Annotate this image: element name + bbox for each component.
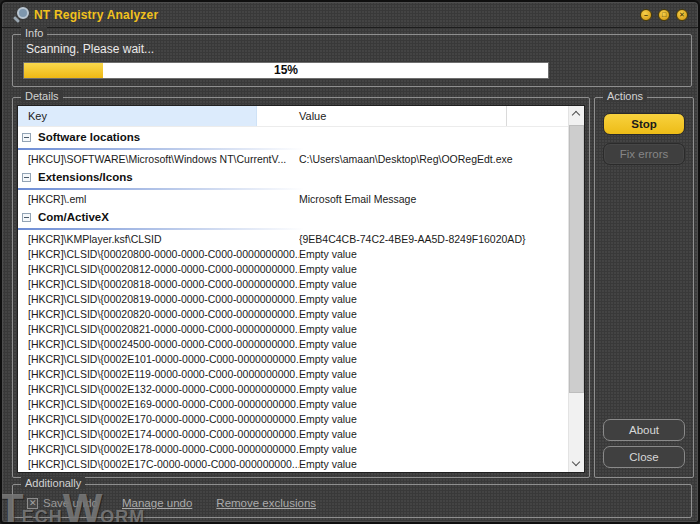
group-header-row[interactable]: Com/ActiveX — [18, 207, 568, 228]
table-row[interactable]: [HKCR]\CLSID\{0002E119-0000-0000-C000-00… — [18, 367, 568, 382]
chevron-down-icon — [572, 458, 580, 466]
table-row[interactable]: [HKCR]\KMPlayer.ksf\CLSID{9EB4C4CB-74C2-… — [18, 232, 568, 247]
table-row[interactable]: [HKCR]\CLSID\{0002E169-0000-0000-C000-00… — [18, 397, 568, 412]
table-row[interactable]: [HKCR]\.emlMicrosoft Email Message — [18, 192, 568, 207]
table-row[interactable]: [HKCR]\CLSID\{0002E174-0000-0000-C000-00… — [18, 427, 568, 442]
scroll-down-button[interactable] — [569, 456, 584, 472]
group-title: Extensions/Icons — [38, 167, 133, 188]
row-key: [HKCR]\CLSID\{00020818-0000-0000-C000-00… — [18, 277, 299, 292]
row-key: [HKCR]\CLSID\{0002E178-0000-0000-C000-00… — [18, 442, 299, 457]
info-group: Info Scanning. Please wait... 15% — [12, 34, 692, 87]
actions-group: Actions Stop Fix errors About Close — [594, 97, 694, 478]
window-title: NT Registry Analyzer — [34, 8, 158, 22]
scroll-up-button[interactable] — [569, 106, 584, 122]
close-window-button[interactable]: ✕ — [676, 9, 688, 21]
table-row[interactable]: [HKCR]\CLSID\{0002E132-0000-0000-C000-00… — [18, 382, 568, 397]
row-value: {9EB4C4CB-74C2-4BE9-AA5D-8249F16020AD} — [299, 232, 568, 247]
row-key: [HKCR]\CLSID\{0002E119-0000-0000-C000-00… — [18, 367, 299, 382]
row-key: [HKCR]\CLSID\{00020821-0000-0000-C000-00… — [18, 322, 299, 337]
row-key: [HKCR]\.eml — [18, 192, 299, 207]
table-header: Key Value — [18, 106, 568, 127]
group-header-row[interactable]: Extensions/Icons — [18, 167, 568, 188]
details-group: Details Key Value Software locations[HKC… — [12, 97, 590, 478]
row-key: [HKCR]\CLSID\{0002E174-0000-0000-C000-00… — [18, 427, 299, 442]
group-underline — [18, 228, 568, 230]
row-key: [HKCR]\KMPlayer.ksf\CLSID — [18, 232, 299, 247]
group-underline — [18, 148, 568, 150]
details-group-label: Details — [21, 90, 63, 102]
row-value: Empty value — [299, 277, 568, 292]
collapse-icon[interactable] — [22, 133, 31, 142]
row-value: Empty value — [299, 427, 568, 442]
title-bar: NT Registry Analyzer – □ ✕ — [2, 2, 698, 28]
row-key: [HKCR]\CLSID\{0002E101-0000-0000-C000-00… — [18, 352, 299, 367]
table-row[interactable]: [HKCU]\SOFTWARE\Microsoft\Windows NT\Cur… — [18, 152, 568, 167]
collapse-icon[interactable] — [22, 173, 31, 182]
column-header-key[interactable]: Key — [18, 106, 257, 126]
table-row[interactable]: [HKCR]\CLSID\{00020821-0000-0000-C000-00… — [18, 322, 568, 337]
column-header-value[interactable]: Value — [257, 106, 507, 126]
results-table: Key Value Software locations[HKCU]\SOFTW… — [17, 105, 585, 473]
vertical-scrollbar[interactable] — [568, 106, 584, 472]
watermark-letter-w: W — [63, 485, 101, 524]
table-row[interactable]: [HKCR]\CLSID\{00020818-0000-0000-C000-00… — [18, 277, 568, 292]
row-key: [HKCR]\CLSID\{00020820-0000-0000-C000-00… — [18, 307, 299, 322]
group-header-row[interactable]: Software locations — [18, 127, 568, 148]
table-row[interactable]: [HKCR]\CLSID\{00020820-0000-0000-C000-00… — [18, 307, 568, 322]
row-key: [HKCR]\CLSID\{00020819-0000-0000-C000-00… — [18, 292, 299, 307]
progress-percent-label: 15% — [24, 63, 548, 78]
status-text: Scanning. Please wait... — [26, 42, 154, 56]
row-value: Empty value — [299, 307, 568, 322]
scrollbar-thumb[interactable] — [569, 125, 584, 393]
chevron-up-icon — [572, 111, 580, 119]
fix-errors-button[interactable]: Fix errors — [603, 143, 685, 165]
close-button[interactable]: Close — [603, 446, 685, 468]
table-row[interactable]: [HKCR]\CLSID\{00020800-0000-0000-C000-00… — [18, 247, 568, 262]
row-value: Empty value — [299, 352, 568, 367]
remove-exclusions-link[interactable]: Remove exclusions — [216, 497, 316, 509]
row-value: Empty value — [299, 442, 568, 457]
row-key: [HKCR]\CLSID\{00020800-0000-0000-C000-00… — [18, 247, 299, 262]
collapse-icon[interactable] — [22, 213, 31, 222]
row-key: [HKCR]\CLSID\{00024500-0000-0000-C000-00… — [18, 337, 299, 352]
techworm-watermark: TECHWORM — [0, 492, 145, 524]
row-value: Empty value — [299, 262, 568, 277]
window-controls: – □ ✕ — [640, 9, 688, 21]
row-value: Empty value — [299, 382, 568, 397]
row-value: Empty value — [299, 337, 568, 352]
table-row[interactable]: [HKCR]\CLSID\{00020812-0000-0000-C000-00… — [18, 262, 568, 277]
row-value: Empty value — [299, 397, 568, 412]
row-key: [HKCR]\CLSID\{0002E170-0000-0000-C000-00… — [18, 412, 299, 427]
table-row[interactable]: [HKCR]\CLSID\{00024500-0000-0000-C000-00… — [18, 337, 568, 352]
minimize-button[interactable]: – — [640, 9, 652, 21]
watermark-orm: ORM — [100, 507, 145, 524]
row-key: [HKCR]\CLSID\{0002E169-0000-0000-C000-00… — [18, 397, 299, 412]
row-value: Empty value — [299, 367, 568, 382]
row-value: Microsoft Email Message — [299, 192, 568, 207]
row-value: Empty value — [299, 247, 568, 262]
stop-button[interactable]: Stop — [603, 113, 685, 135]
row-value: Empty value — [299, 292, 568, 307]
app-window: NT Registry Analyzer – □ ✕ Info Scanning… — [0, 0, 700, 524]
table-row[interactable]: [HKCR]\CLSID\{00020819-0000-0000-C000-00… — [18, 292, 568, 307]
table-row[interactable]: [HKCR]\CLSID\{0002E101-0000-0000-C000-00… — [18, 352, 568, 367]
table-row[interactable]: [HKCR]\CLSID\{0002E17C-0000-0000-C000-00… — [18, 457, 568, 472]
watermark-ech: ECH — [22, 507, 63, 524]
group-title: Software locations — [38, 127, 140, 148]
row-key: [HKCR]\CLSID\{0002E132-0000-0000-C000-00… — [18, 382, 299, 397]
row-value: Empty value — [299, 322, 568, 337]
table-body: Software locations[HKCU]\SOFTWARE\Micros… — [18, 127, 568, 472]
actions-group-label: Actions — [603, 90, 647, 102]
app-icon — [13, 7, 28, 22]
row-value: Empty value — [299, 412, 568, 427]
info-group-label: Info — [21, 27, 47, 39]
group-title: Com/ActiveX — [38, 207, 109, 228]
row-key: [HKCR]\CLSID\{00020812-0000-0000-C000-00… — [18, 262, 299, 277]
watermark-letter-t: T — [0, 485, 22, 524]
table-row[interactable]: [HKCR]\CLSID\{0002E178-0000-0000-C000-00… — [18, 442, 568, 457]
group-underline — [18, 188, 568, 190]
row-value: Empty value — [299, 457, 568, 472]
about-button[interactable]: About — [603, 419, 685, 441]
maximize-button[interactable]: □ — [658, 9, 670, 21]
table-row[interactable]: [HKCR]\CLSID\{0002E170-0000-0000-C000-00… — [18, 412, 568, 427]
